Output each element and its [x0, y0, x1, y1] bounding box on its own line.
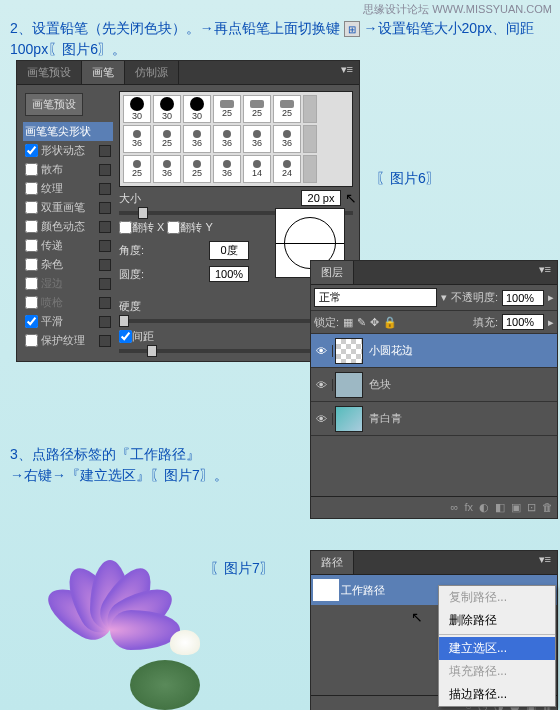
option-checkbox[interactable] — [25, 163, 38, 176]
lock-icon[interactable] — [99, 297, 111, 309]
scrollbar[interactable] — [303, 155, 317, 183]
option-checkbox[interactable] — [25, 201, 38, 214]
brush-tip-cell[interactable]: 25 — [183, 155, 211, 183]
brush-tip-cell[interactable]: 36 — [153, 155, 181, 183]
scrollbar[interactable] — [303, 95, 317, 123]
blend-mode-select[interactable]: 正常 — [314, 288, 437, 307]
brush-tip-cell[interactable]: 36 — [123, 125, 151, 153]
brush-option-row[interactable]: 平滑 — [23, 312, 113, 331]
lock-icon[interactable] — [99, 240, 111, 252]
lock-icon[interactable] — [99, 145, 111, 157]
layer-footer-icon[interactable]: ◧ — [495, 501, 505, 514]
visibility-eye-icon[interactable]: 👁 — [311, 379, 333, 391]
flip-x-checkbox[interactable] — [119, 221, 132, 234]
visibility-eye-icon[interactable]: 👁 — [311, 413, 333, 425]
brush-option-row[interactable]: 纹理 — [23, 179, 113, 198]
angle-input[interactable]: 0度 — [209, 241, 249, 260]
layer-footer-icon[interactable]: ◐ — [479, 501, 489, 514]
tab-layers[interactable]: 图层 — [311, 261, 354, 284]
brush-tip-cell[interactable]: 24 — [273, 155, 301, 183]
brush-preset-button[interactable]: 画笔预设 — [25, 93, 83, 116]
lock-icon[interactable] — [99, 202, 111, 214]
lock-icon[interactable] — [99, 221, 111, 233]
size-input[interactable]: 20 px — [301, 190, 341, 206]
brush-option-row[interactable]: 形状动态 — [23, 141, 113, 160]
brush-option-row[interactable]: 颜色动态 — [23, 217, 113, 236]
brush-option-row[interactable]: 保护纹理 — [23, 331, 113, 350]
path-context-menu: 复制路径...删除路径建立选区...填充路径...描边路径... — [438, 585, 556, 707]
panel-menu-icon[interactable]: ▾≡ — [533, 261, 557, 284]
lock-icon[interactable] — [99, 335, 111, 347]
option-checkbox[interactable] — [25, 239, 38, 252]
brush-tip-cell[interactable]: 36 — [183, 125, 211, 153]
lock-icon[interactable] — [99, 278, 111, 290]
brush-option-row[interactable]: 喷枪 — [23, 293, 113, 312]
lock-icon[interactable] — [99, 316, 111, 328]
lock-position-icon[interactable]: ✥ — [370, 316, 379, 329]
layer-footer-icon[interactable]: ∞ — [451, 501, 459, 514]
brush-option-row[interactable]: 传递 — [23, 236, 113, 255]
brush-tip-cell[interactable]: 36 — [213, 125, 241, 153]
brush-option-row[interactable]: 双重画笔 — [23, 198, 113, 217]
context-menu-item[interactable]: 建立选区... — [439, 637, 555, 660]
option-checkbox[interactable] — [25, 182, 38, 195]
layer-row[interactable]: 👁色块 — [311, 368, 557, 402]
lock-icon[interactable] — [99, 164, 111, 176]
layer-footer-icon[interactable]: fx — [464, 501, 473, 514]
tab-brush-presets[interactable]: 画笔预设 — [17, 61, 82, 84]
brush-tip-cell[interactable]: 30 — [153, 95, 181, 123]
dropdown-icon[interactable]: ▾ — [441, 291, 447, 304]
lock-all-icon[interactable]: 🔒 — [383, 316, 397, 329]
brush-tip-cell[interactable]: 36 — [243, 125, 271, 153]
option-checkbox[interactable] — [25, 220, 38, 233]
option-checkbox[interactable] — [25, 144, 38, 157]
brush-option-row[interactable]: 湿边 — [23, 274, 113, 293]
layer-row[interactable]: 👁青白青 — [311, 402, 557, 436]
layer-footer-icon[interactable]: ▣ — [511, 501, 521, 514]
brush-option-row[interactable]: 杂色 — [23, 255, 113, 274]
flip-y-checkbox[interactable] — [167, 221, 180, 234]
option-checkbox[interactable] — [25, 277, 38, 290]
scrollbar[interactable] — [303, 125, 317, 153]
brush-tip-cell[interactable]: 30 — [183, 95, 211, 123]
brush-tip-cell[interactable]: 30 — [123, 95, 151, 123]
context-menu-item[interactable]: 删除路径 — [439, 609, 555, 632]
brush-tip-cell[interactable]: 25 — [153, 125, 181, 153]
context-menu-item[interactable]: 描边路径... — [439, 683, 555, 706]
lock-icon[interactable] — [99, 183, 111, 195]
brush-option-row[interactable]: 散布 — [23, 160, 113, 179]
panel-menu-icon[interactable]: ▾≡ — [533, 551, 557, 574]
lock-paint-icon[interactable]: ✎ — [357, 316, 366, 329]
lock-icon[interactable] — [99, 259, 111, 271]
brush-tip-cell[interactable]: 25 — [273, 95, 301, 123]
option-checkbox[interactable] — [25, 258, 38, 271]
caption-img7: 〖图片7〗 — [210, 560, 274, 578]
layer-footer-icon[interactable]: 🗑 — [542, 501, 553, 514]
brush-tip-cell[interactable]: 25 — [213, 95, 241, 123]
brush-tip-cell[interactable]: 25 — [243, 95, 271, 123]
option-checkbox[interactable] — [25, 296, 38, 309]
layer-footer-icon[interactable]: ⊡ — [527, 501, 536, 514]
visibility-eye-icon[interactable]: 👁 — [311, 345, 333, 357]
tab-brush[interactable]: 画笔 — [82, 61, 125, 84]
brush-tip-grid[interactable]: 303030252525362536363636253625361424 — [119, 91, 353, 187]
fill-input[interactable]: 100% — [502, 314, 544, 330]
option-checkbox[interactable] — [25, 334, 38, 347]
panel-menu-icon[interactable]: ▾≡ — [335, 61, 359, 84]
brush-tip-cell[interactable]: 36 — [213, 155, 241, 183]
tab-paths[interactable]: 路径 — [311, 551, 354, 574]
brush-option-row[interactable]: 画笔笔尖形状 — [23, 122, 113, 141]
option-checkbox[interactable] — [25, 315, 38, 328]
brush-tip-cell[interactable]: 25 — [123, 155, 151, 183]
layer-row[interactable]: 👁小圆花边 — [311, 334, 557, 368]
lock-transparency-icon[interactable]: ▦ — [343, 316, 353, 329]
opacity-input[interactable]: 100% — [502, 290, 544, 306]
roundness-input[interactable]: 100% — [209, 266, 249, 282]
brush-tip-cell[interactable]: 36 — [273, 125, 301, 153]
dropdown-icon[interactable]: ▸ — [548, 316, 554, 329]
tab-clone-source[interactable]: 仿制源 — [125, 61, 179, 84]
spacing-checkbox[interactable] — [119, 330, 132, 343]
option-label: 双重画笔 — [41, 200, 85, 215]
brush-tip-cell[interactable]: 14 — [243, 155, 271, 183]
dropdown-icon[interactable]: ▸ — [548, 291, 554, 304]
